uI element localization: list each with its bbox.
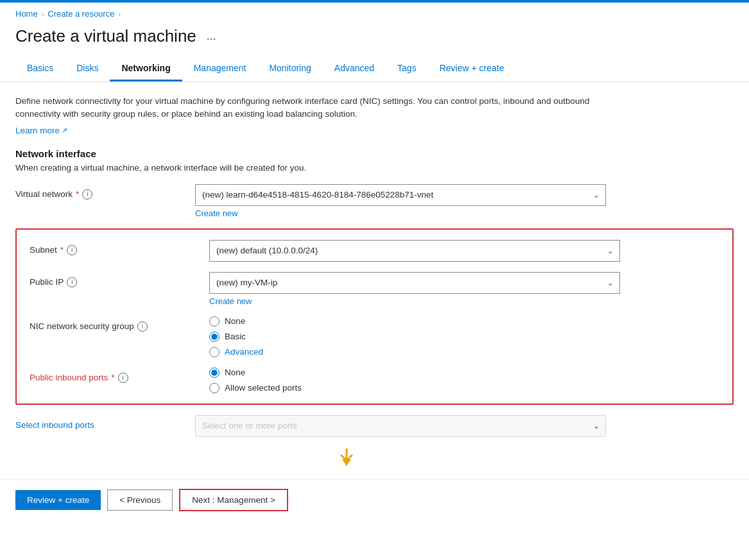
public-inbound-ports-label-text: Public inbound ports <box>30 373 108 382</box>
virtual-network-label-text: Virtual network <box>15 189 73 199</box>
yellow-arrow-icon <box>336 446 357 467</box>
subnet-info-icon[interactable]: i <box>67 245 77 255</box>
more-options-button[interactable]: ... <box>203 28 220 44</box>
select-inbound-ports-row: Select inbound ports Select one or more … <box>15 415 734 437</box>
footer: Review + create < Previous Next : Manage… <box>0 479 749 520</box>
nic-nsg-none-label: None <box>225 316 245 326</box>
virtual-network-label: Virtual network * i <box>15 184 182 199</box>
tab-disks[interactable]: Disks <box>65 56 110 81</box>
tab-monitoring[interactable]: Monitoring <box>257 56 322 81</box>
arrow-decorator <box>15 447 734 466</box>
subnet-dropdown[interactable]: (new) default (10.0.0.0/24) <box>209 240 620 262</box>
nic-nsg-radio-group: None Basic Advanced <box>209 316 620 357</box>
tab-tags[interactable]: Tags <box>386 56 428 81</box>
subnet-control: (new) default (10.0.0.0/24) ⌄ <box>209 240 620 262</box>
public-inbound-ports-row: Public inbound ports * i None Allow sele… <box>30 368 719 393</box>
nic-nsg-advanced-label: Advanced <box>225 347 263 357</box>
select-inbound-label-text: Select inbound ports <box>15 420 94 430</box>
virtual-network-control: (new) learn-d64e4518-4815-4620-8184-786e… <box>195 184 606 218</box>
nic-nsg-radio-advanced[interactable] <box>209 347 220 357</box>
public-inbound-option-allow[interactable]: Allow selected ports <box>209 383 620 393</box>
nic-nsg-label-text: NIC network security group <box>30 321 134 331</box>
subnet-required: * <box>60 245 64 255</box>
section-subtitle: When creating a virtual machine, a netwo… <box>15 163 734 173</box>
page-title: Create a virtual machine <box>15 26 196 46</box>
description-text: Define network connectivity for your vir… <box>15 95 625 121</box>
tab-review-create[interactable]: Review + create <box>428 56 516 81</box>
main-content: Define network connectivity for your vir… <box>0 82 749 479</box>
public-ip-dropdown-wrapper: (new) my-VM-ip ⌄ <box>209 272 620 294</box>
virtual-network-dropdown[interactable]: (new) learn-d64e4518-4815-4620-8184-786e… <box>195 184 606 206</box>
nic-nsg-option-advanced[interactable]: Advanced <box>209 347 620 357</box>
tab-management[interactable]: Management <box>182 56 258 81</box>
tab-advanced[interactable]: Advanced <box>323 56 386 81</box>
tabs-bar: Basics Disks Networking Management Monit… <box>0 56 749 82</box>
learn-more-link[interactable]: Learn more ↗ <box>15 126 67 135</box>
svg-marker-0 <box>342 459 351 466</box>
virtual-network-dropdown-wrapper: (new) learn-d64e4518-4815-4620-8184-786e… <box>195 184 606 206</box>
select-inbound-control: Select one or more ports ⌄ <box>195 415 606 437</box>
review-create-button[interactable]: Review + create <box>15 490 101 510</box>
nic-nsg-label: NIC network security group i <box>30 316 196 332</box>
public-ip-row: Public IP i (new) my-VM-ip ⌄ Create new <box>30 272 719 306</box>
nic-nsg-radio-basic[interactable] <box>209 332 220 342</box>
public-inbound-ports-label: Public inbound ports * i <box>30 368 196 383</box>
public-inbound-ports-radio-group: None Allow selected ports <box>209 368 620 393</box>
nic-nsg-info-icon[interactable]: i <box>137 321 148 332</box>
virtual-network-create-new[interactable]: Create new <box>195 208 237 218</box>
nic-nsg-control: None Basic Advanced <box>209 316 620 357</box>
subnet-label-text: Subnet <box>30 245 57 255</box>
select-inbound-dropdown[interactable]: Select one or more ports <box>195 415 606 437</box>
public-inbound-radio-allow[interactable] <box>209 383 220 393</box>
select-inbound-dropdown-wrapper: Select one or more ports ⌄ <box>195 415 606 437</box>
nic-nsg-option-basic[interactable]: Basic <box>209 332 620 342</box>
subnet-dropdown-wrapper: (new) default (10.0.0.0/24) ⌄ <box>209 240 620 262</box>
next-management-button[interactable]: Next : Management > <box>179 489 288 511</box>
external-link-icon: ↗ <box>62 126 67 135</box>
nic-nsg-radio-none[interactable] <box>209 316 220 327</box>
public-inbound-radio-none[interactable] <box>209 368 220 378</box>
public-ip-dropdown[interactable]: (new) my-VM-ip <box>209 272 620 294</box>
tab-basics[interactable]: Basics <box>15 56 65 81</box>
breadcrumb-chevron-1: › <box>42 10 44 18</box>
section-title-network-interface: Network interface <box>15 148 734 159</box>
public-inbound-allow-label: Allow selected ports <box>225 383 302 393</box>
public-inbound-none-label: None <box>225 368 245 377</box>
public-ip-create-new[interactable]: Create new <box>209 296 252 306</box>
breadcrumb-chevron-2: › <box>118 10 121 18</box>
nic-nsg-basic-label: Basic <box>225 332 246 341</box>
subnet-row: Subnet * i (new) default (10.0.0.0/24) ⌄ <box>30 240 719 262</box>
public-inbound-info-icon[interactable]: i <box>118 373 128 383</box>
public-ip-label-text: Public IP <box>30 277 64 287</box>
learn-more-text: Learn more <box>15 126 60 135</box>
virtual-network-required: * <box>76 189 79 199</box>
red-border-section: Subnet * i (new) default (10.0.0.0/24) ⌄… <box>15 228 734 405</box>
public-inbound-ports-control: None Allow selected ports <box>209 368 620 393</box>
tab-networking[interactable]: Networking <box>110 56 182 81</box>
nic-nsg-option-none[interactable]: None <box>209 316 620 327</box>
public-ip-info-icon[interactable]: i <box>67 277 77 287</box>
previous-button[interactable]: < Previous <box>107 489 173 511</box>
public-ip-control: (new) my-VM-ip ⌄ Create new <box>209 272 620 306</box>
select-inbound-label: Select inbound ports <box>15 415 182 430</box>
public-inbound-required: * <box>111 373 114 382</box>
page-header: Create a virtual machine ... <box>0 22 749 56</box>
virtual-network-info-icon[interactable]: i <box>82 189 92 199</box>
breadcrumb-home[interactable]: Home <box>15 9 38 19</box>
subnet-label: Subnet * i <box>30 240 196 255</box>
breadcrumb: Home › Create a resource › <box>0 3 749 22</box>
public-inbound-option-none[interactable]: None <box>209 368 620 378</box>
virtual-network-row: Virtual network * i (new) learn-d64e4518… <box>15 184 734 218</box>
public-ip-label: Public IP i <box>30 272 196 287</box>
breadcrumb-create-resource[interactable]: Create a resource <box>47 9 114 19</box>
nic-nsg-row: NIC network security group i None Basic <box>30 316 719 357</box>
